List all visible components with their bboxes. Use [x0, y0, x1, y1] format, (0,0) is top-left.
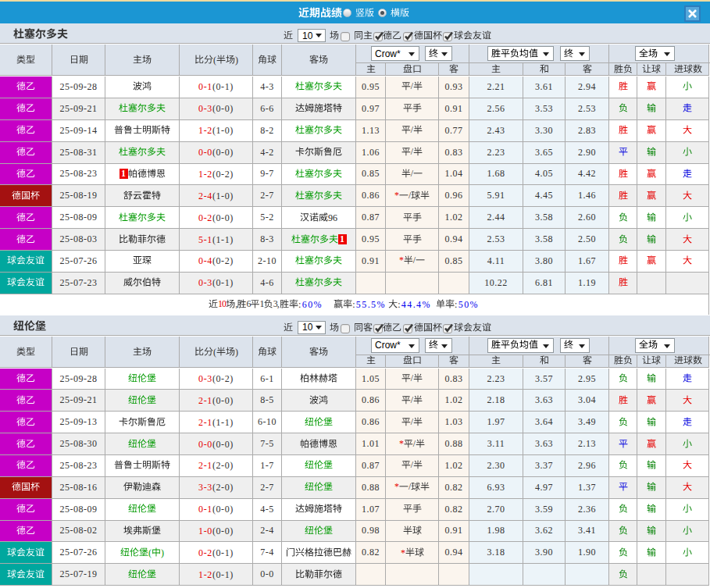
- svg-text:/: /: [411, 81, 414, 91]
- svg-text:0-3: 0-3: [198, 373, 212, 384]
- svg-text:(0-1): (0-1): [212, 569, 234, 580]
- svg-text:*: *: [399, 255, 404, 265]
- svg-text:(0-0): (0-0): [212, 103, 234, 114]
- svg-text:): ): [235, 347, 238, 358]
- svg-text:0-3: 0-3: [198, 277, 212, 288]
- svg-text:,: ,: [235, 299, 237, 309]
- svg-text:(0-2): (0-2): [212, 169, 234, 180]
- svg-text:44.4%: 44.4%: [401, 299, 431, 310]
- svg-text:(0-1): (0-1): [212, 277, 234, 288]
- svg-text:1-2: 1-2: [198, 169, 212, 180]
- svg-text:(2-0): (2-0): [212, 482, 234, 493]
- svg-text:1-0: 1-0: [198, 526, 212, 536]
- svg-text:(0-0): (0-0): [212, 395, 234, 406]
- svg-text:(0-0): (0-0): [212, 439, 234, 450]
- svg-text:/: /: [411, 373, 414, 383]
- svg-text:1-2: 1-2: [198, 569, 212, 580]
- svg-text:/: /: [411, 169, 414, 179]
- svg-text:10: 10: [218, 299, 227, 309]
- svg-text:(1-1): (1-1): [212, 234, 234, 245]
- svg-text:*: *: [401, 547, 405, 558]
- svg-text:(0-0): (0-0): [212, 526, 234, 536]
- svg-text:): ): [235, 55, 238, 66]
- svg-text:*: *: [399, 439, 404, 449]
- svg-text:/: /: [413, 439, 416, 449]
- svg-text:(1-0): (1-0): [212, 191, 234, 201]
- svg-text:5-1: 5-1: [198, 234, 212, 245]
- svg-text:(: (: [213, 347, 216, 358]
- svg-text:0-0: 0-0: [198, 147, 212, 158]
- svg-text:): ): [161, 547, 164, 558]
- svg-text:1-2: 1-2: [198, 125, 212, 136]
- svg-text:(0-0): (0-0): [212, 147, 234, 158]
- svg-text:,: ,: [277, 299, 279, 309]
- svg-text:/: /: [411, 125, 414, 135]
- svg-text:(: (: [213, 55, 216, 66]
- svg-text:(0-1): (0-1): [212, 81, 234, 92]
- svg-text:3-3: 3-3: [198, 482, 212, 493]
- svg-text:96: 96: [328, 212, 337, 223]
- svg-text:/: /: [413, 255, 416, 265]
- svg-text:0-1: 0-1: [198, 81, 212, 92]
- svg-text:(2-0): (2-0): [212, 460, 234, 471]
- svg-text:/: /: [411, 147, 414, 157]
- svg-text:0-3: 0-3: [198, 103, 212, 114]
- svg-text:(0-0): (0-0): [212, 212, 234, 223]
- svg-text:(: (: [148, 547, 152, 558]
- svg-text:2-1: 2-1: [198, 395, 212, 406]
- svg-text:(0-2): (0-2): [212, 255, 234, 266]
- svg-text:60%: 60%: [301, 299, 322, 310]
- svg-text:0-1: 0-1: [198, 504, 212, 515]
- svg-text:*: *: [394, 482, 399, 492]
- svg-text:(1-0): (1-0): [212, 125, 234, 136]
- svg-text:2-4: 2-4: [198, 191, 212, 201]
- svg-text:0-4: 0-4: [198, 255, 212, 266]
- svg-text:2-1: 2-1: [198, 460, 212, 471]
- svg-text:/: /: [409, 482, 412, 492]
- svg-text:(0-2): (0-2): [212, 373, 234, 384]
- svg-text:/: /: [411, 417, 414, 427]
- svg-text:/: /: [409, 191, 412, 201]
- svg-text:/: /: [411, 460, 414, 470]
- svg-text:*: *: [394, 191, 399, 201]
- svg-text:(0-1): (0-1): [212, 547, 234, 558]
- svg-text:6: 6: [246, 299, 251, 309]
- svg-text:55.5%: 55.5%: [356, 299, 386, 310]
- svg-text:/: /: [411, 395, 414, 405]
- svg-text:2-1: 2-1: [198, 417, 212, 428]
- svg-text:1: 1: [260, 299, 265, 309]
- svg-text:0-2: 0-2: [198, 212, 212, 223]
- svg-text:0-0: 0-0: [198, 439, 212, 450]
- svg-text:(0-0): (0-0): [212, 504, 234, 515]
- svg-text:50%: 50%: [458, 299, 478, 310]
- svg-text:0-2: 0-2: [198, 547, 212, 558]
- svg-text:(1-1): (1-1): [212, 417, 234, 428]
